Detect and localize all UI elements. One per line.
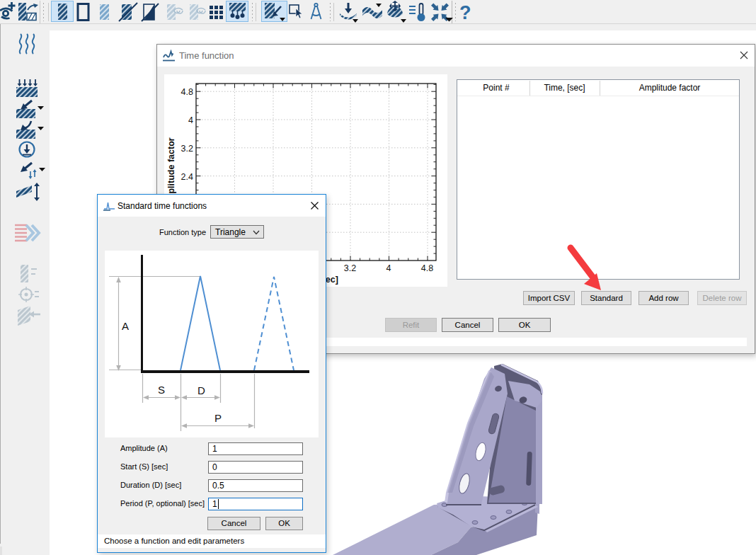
svg-text:4.8: 4.8 [181, 87, 193, 97]
svg-text:P: P [214, 412, 222, 424]
svg-text:?: ? [459, 2, 471, 23]
svg-text:4: 4 [386, 263, 391, 273]
svg-text:2.4: 2.4 [181, 172, 193, 182]
svg-text:S: S [158, 384, 165, 396]
svg-text:4: 4 [188, 115, 193, 125]
svg-text:3.2: 3.2 [181, 144, 193, 154]
svg-text:A: A [122, 320, 129, 332]
svg-text:D: D [197, 384, 205, 396]
svg-text:4.8: 4.8 [421, 263, 433, 273]
svg-text:3.2: 3.2 [344, 263, 356, 273]
